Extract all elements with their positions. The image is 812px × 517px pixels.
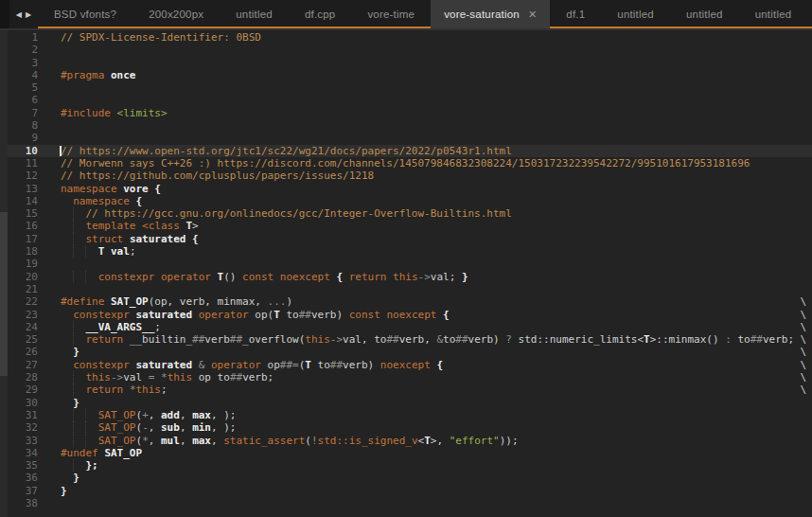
tab-df-1-6[interactable]: df.1 (550, 0, 601, 28)
line-number: 23 (8, 309, 45, 321)
code-token (104, 245, 111, 258)
code-line: 12// https://github.com/cplusplus/papers… (8, 169, 812, 182)
tab-untitled-8[interactable]: untitled (670, 0, 739, 28)
tab-label: df.cpp (305, 9, 336, 20)
code-token (123, 233, 130, 245)
code-text: } (45, 397, 812, 409)
tab-nav-back-button[interactable]: ◀ (16, 10, 22, 19)
tab-close-icon[interactable]: ✕ (528, 9, 537, 20)
code-token (274, 271, 280, 283)
code-token: noexcept (386, 309, 436, 321)
code-token (61, 435, 98, 447)
tab-untitled-7[interactable]: untitled (601, 0, 670, 28)
tab-nav-forward-button[interactable]: ▶ (26, 10, 31, 19)
code-text: constexpr saturated operator op(T to##ve… (45, 309, 812, 321)
code-token: verb) (311, 309, 349, 321)
code-token: val; (431, 271, 462, 283)
tab-label: untitled (755, 9, 792, 20)
tab-bsd-vfonts--0[interactable]: BSD vfonts? (38, 0, 132, 28)
code-lines: 1// SPDX-License-Identifier: 0BSD234#pra… (8, 31, 812, 509)
code-token: <limits> (117, 107, 168, 119)
code-text: #define SAT_OP(op, verb, minmax, ...)\ (45, 295, 812, 308)
code-text: constexpr saturated & operator op##=(T t… (45, 359, 812, 371)
indent-guide (73, 421, 74, 434)
tab-200x200px-1[interactable]: 200x200px (132, 0, 220, 28)
code-text: #pragma once (45, 69, 812, 81)
code-token: noexcept (280, 271, 330, 283)
tab-df-cpp-3[interactable]: df.cpp (289, 0, 352, 28)
line-number: 22 (8, 295, 45, 308)
code-line: 24 __VA_ARGS__;\ (8, 321, 812, 333)
line-number: 13 (8, 183, 45, 195)
code-token: constexpr (73, 359, 130, 371)
code-text: // SPDX-License-Identifier: 0BSD (45, 31, 812, 44)
line-number: 7 (8, 107, 45, 119)
code-line: 10// https://www.open-std.org/jtc1/sc22/… (8, 145, 812, 157)
code-token: >::minmax() (650, 333, 725, 346)
code-text: // Morwenn says C++26 :) https://discord… (45, 157, 812, 169)
code-token: , (180, 409, 192, 421)
code-text: #include <limits> (45, 107, 812, 119)
code-token: this (393, 271, 418, 283)
tab-label: untitled (236, 9, 273, 20)
indent-guide (85, 435, 86, 447)
indent-guide (73, 220, 74, 232)
code-token: * (161, 371, 168, 383)
line-number: 25 (8, 333, 45, 346)
tab-nav: ◀ ▶ (9, 0, 38, 28)
code-token: ## (192, 333, 204, 346)
code-token: verb, (399, 333, 437, 346)
vertical-scrollbar[interactable] (0, 30, 8, 517)
line-continuation-backslash: \ (800, 346, 806, 358)
code-token: { (443, 309, 450, 321)
code-token (61, 195, 73, 207)
code-token: template (86, 220, 136, 232)
code-token: to (280, 309, 299, 321)
code-token: >, (431, 435, 450, 447)
line-number: 14 (8, 195, 45, 207)
code-token: to (443, 333, 455, 346)
tab-untitled-10[interactable]: untitled (807, 0, 812, 28)
code-token: > (192, 220, 199, 232)
line-number: 26 (8, 346, 45, 358)
tab-untitled-9[interactable]: untitled (739, 0, 808, 28)
indent-guide (73, 321, 74, 333)
line-number: 21 (8, 283, 45, 295)
line-continuation-backslash: \ (800, 383, 806, 396)
indent-guide (73, 207, 74, 220)
tab-label: vore-saturation (444, 9, 520, 20)
code-text: namespace { (45, 195, 812, 207)
code-token: , (149, 421, 161, 434)
code-line: 7#include <limits> (8, 107, 812, 119)
code-token: verb (204, 333, 230, 346)
code-token: min (192, 421, 211, 434)
code-token: }; (86, 459, 98, 472)
line-number: 31 (8, 409, 45, 421)
code-editor[interactable]: 1// SPDX-License-Identifier: 0BSD234#pra… (0, 28, 812, 517)
scrollbar-thumb[interactable] (0, 212, 8, 376)
indent-guide (73, 233, 74, 245)
line-number: 3 (8, 57, 45, 69)
code-line: 9 (8, 132, 812, 144)
tab-untitled-2[interactable]: untitled (220, 0, 289, 28)
code-line: 26 }\ (8, 346, 812, 358)
tab-vore-time-4[interactable]: vore-time (351, 0, 431, 28)
line-number: 24 (8, 321, 45, 333)
code-token: ## (230, 333, 242, 346)
code-token: val (111, 245, 130, 258)
code-token: , (180, 421, 192, 434)
code-token: } (61, 485, 67, 497)
tab-vore-saturation-5[interactable]: vore-saturation✕ (431, 0, 550, 28)
code-token: + (142, 409, 149, 421)
indent-guide (73, 459, 74, 472)
code-token: std::is_signed_v (318, 435, 418, 447)
code-token: this (136, 383, 162, 396)
code-token: return (86, 383, 124, 396)
line-number: 2 (8, 44, 45, 56)
code-token: __builtin_ (123, 333, 192, 346)
code-token: ## (230, 371, 242, 383)
code-text (45, 94, 812, 106)
line-number: 10 (8, 145, 45, 157)
code-token: sub (161, 421, 180, 434)
line-number: 15 (8, 207, 45, 220)
